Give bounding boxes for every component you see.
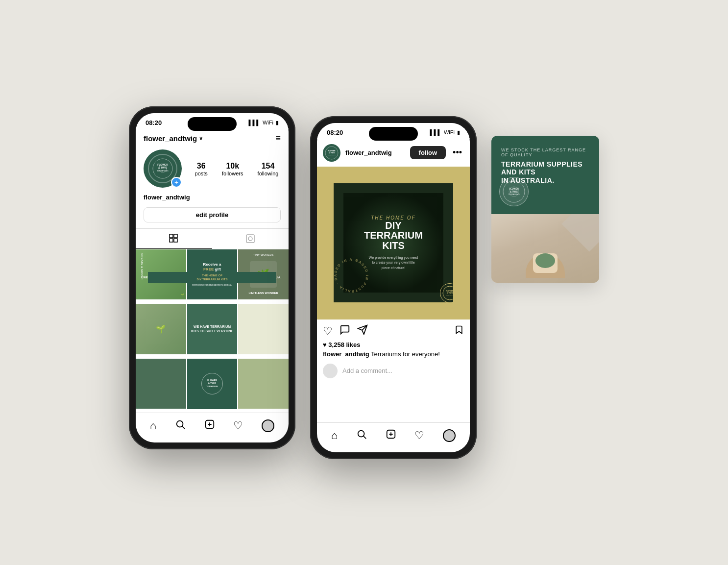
signal-icon-2: ▌▌▌ bbox=[430, 129, 441, 135]
svg-text:TERRARIUMS: TERRARIUMS bbox=[446, 295, 454, 296]
likes-count: ♥ 3,258 likes bbox=[317, 341, 470, 350]
feed-avatar-logo: FLOWER & TWIG TERRARIUMS bbox=[324, 146, 339, 160]
svg-text:& TWIG: & TWIG bbox=[510, 191, 518, 193]
feed-username[interactable]: flower_andtwig bbox=[345, 149, 405, 156]
post-brand-logo: FLOWER & TWIG TERRARIUMS FLOWER & TWIGTE… bbox=[440, 283, 460, 310]
svg-line-28 bbox=[364, 436, 366, 439]
caption-row: flower_andtwig Terrariums for everyone! bbox=[317, 350, 470, 362]
caption-username: flower_andtwig bbox=[323, 350, 369, 358]
svg-text:TERRARIUMS: TERRARIUMS bbox=[328, 154, 336, 156]
post-logo-icon: FLOWER & TWIG TERRARIUMS bbox=[442, 285, 458, 301]
phone-2-screen: 08:20 ▌▌▌ WiFi ▮ FLOWER & TWIG TERRARIUM… bbox=[317, 123, 470, 452]
phone-1-screen: 08:20 ▌▌▌ WiFi ▮ flower_andtwig ∨ ≡ bbox=[136, 113, 289, 442]
share-button[interactable] bbox=[357, 324, 368, 338]
like-button[interactable]: ♡ bbox=[323, 325, 333, 338]
promo-headline-1: TERRARIUM SUPPLIES AND KITS bbox=[501, 160, 582, 176]
grid-cell-9-content: THE HOME OFDIY TERRARIUM KITS bbox=[238, 359, 289, 409]
search-nav-icon-2[interactable] bbox=[356, 429, 367, 442]
feed-avatar: FLOWER & TWIG TERRARIUMS bbox=[323, 144, 340, 162]
dynamic-island-1 bbox=[188, 117, 237, 131]
dynamic-island-2 bbox=[369, 127, 418, 141]
post-subtitle: We provide everything you needto create … bbox=[355, 255, 431, 271]
posts-grid: CREATE & GROW! 🌱 Receive aFREE giftwith … bbox=[136, 249, 289, 413]
phone-1-profile: 08:20 ▌▌▌ WiFi ▮ flower_andtwig ∨ ≡ bbox=[129, 106, 295, 449]
grid-cell-9[interactable]: THE HOME OFDIY TERRARIUM KITS bbox=[238, 359, 289, 409]
promo-card-top: We stock the largest range of quality TE… bbox=[491, 136, 599, 214]
promo-logo-icon: FLOWER & TWIG TERRARIUMS bbox=[502, 180, 526, 203]
add-nav-icon-2[interactable] bbox=[386, 429, 396, 442]
promo-tagline: We stock the largest range of quality bbox=[501, 147, 589, 157]
svg-text:& TWIG: & TWIG bbox=[329, 152, 335, 154]
caption-body: Terrariums for everyone! bbox=[371, 350, 440, 358]
feed-post-header: FLOWER & TWIG TERRARIUMS flower_andtwig … bbox=[317, 139, 470, 167]
time-2: 08:20 bbox=[327, 129, 343, 136]
promo-person-image bbox=[491, 214, 599, 283]
post-logo-circle: FLOWER & TWIG TERRARIUMS bbox=[440, 283, 460, 303]
promo-logo: FLOWER & TWIG TERRARIUMS bbox=[499, 177, 529, 206]
wifi-icon-2: WiFi bbox=[444, 129, 455, 135]
more-options-icon[interactable]: ••• bbox=[451, 147, 464, 158]
post-title-2: KITS bbox=[355, 240, 431, 251]
follow-button[interactable]: follow bbox=[410, 146, 446, 159]
home-nav-icon-2[interactable]: ⌂ bbox=[331, 429, 338, 442]
comment-button[interactable] bbox=[340, 324, 350, 338]
scene: 08:20 ▌▌▌ WiFi ▮ flower_andtwig ∨ ≡ bbox=[109, 77, 619, 489]
comment-row: Add a comment... bbox=[317, 362, 470, 384]
heart-nav-icon-2[interactable]: ♡ bbox=[414, 429, 424, 442]
comment-input[interactable]: Add a comment... bbox=[342, 367, 392, 374]
post-title-1: DIY TERRARIUM bbox=[355, 221, 431, 240]
profile-nav-icon-2[interactable] bbox=[443, 429, 456, 442]
svg-text:& TWIG: & TWIG bbox=[447, 292, 453, 294]
commenter-avatar bbox=[323, 364, 338, 378]
status-icons-2: ▌▌▌ WiFi ▮ bbox=[430, 129, 460, 136]
promo-card-bottom bbox=[491, 214, 599, 283]
promo-card: We stock the largest range of quality TE… bbox=[491, 136, 599, 283]
post-logo-brand-text: FLOWER & TWIGTERRARIUMS bbox=[440, 304, 460, 310]
phone-2-feed: 08:20 ▌▌▌ WiFi ▮ FLOWER & TWIG TERRARIUM… bbox=[310, 116, 477, 459]
post-image: The Home of DIY TERRARIUM KITS We provid… bbox=[317, 167, 470, 319]
battery-icon-2: ▮ bbox=[457, 129, 460, 136]
bottom-nav-2: ⌂ ♡ bbox=[317, 422, 470, 452]
bookmark-button[interactable] bbox=[454, 324, 464, 338]
svg-point-27 bbox=[358, 430, 364, 437]
post-actions: ♡ bbox=[317, 319, 470, 341]
